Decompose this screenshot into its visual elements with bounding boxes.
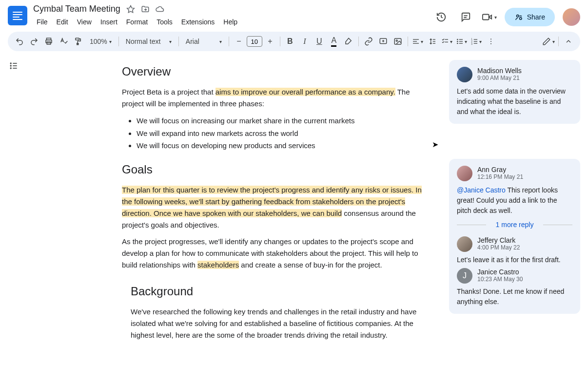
highlight-color-button[interactable]: [342, 35, 355, 48]
paragraph: The plan for this quarter is to review t…: [122, 184, 430, 231]
svg-point-28: [457, 43, 458, 43]
menu-file[interactable]: File: [33, 16, 51, 28]
comment-card[interactable]: Ann Gray 12:16 PM May 21 @Janice Castro …: [449, 159, 580, 314]
svg-text:3: 3: [471, 43, 473, 45]
svg-point-16: [396, 40, 397, 41]
commenter-name: Jeffery Clark: [477, 236, 520, 244]
svg-point-26: [457, 39, 458, 39]
line-spacing-button[interactable]: [426, 35, 439, 48]
toolbar: 100%▾ Normal text▾ Arial▾ − + B I U A ▾ …: [8, 32, 580, 51]
zoom-select[interactable]: 100%▾: [86, 35, 116, 48]
svg-point-39: [490, 41, 491, 42]
menu-view[interactable]: View: [74, 16, 95, 28]
document-title[interactable]: Cymbal Team Meeting: [33, 4, 120, 14]
cloud-status-icon[interactable]: [156, 5, 164, 14]
underline-button[interactable]: U: [313, 35, 326, 48]
comment-card[interactable]: Madison Wells 9:00 AM May 21 Let's add s…: [449, 60, 580, 124]
comment-time: 4:00 PM May 22: [477, 244, 520, 251]
add-comment-button[interactable]: [376, 35, 390, 48]
svg-rect-10: [76, 38, 79, 40]
heading-goals: Goals: [122, 163, 430, 176]
print-button[interactable]: [42, 35, 56, 48]
spellcheck-button[interactable]: [57, 35, 70, 48]
move-icon[interactable]: [141, 5, 150, 14]
font-select[interactable]: Arial▾: [182, 35, 226, 48]
bulleted-list-button[interactable]: ▾: [455, 35, 469, 48]
commenter-avatar: [457, 236, 472, 252]
menu-format[interactable]: Format: [123, 16, 151, 28]
commenter-avatar: [457, 166, 472, 181]
italic-button[interactable]: I: [298, 35, 312, 48]
menu-edit[interactable]: Edit: [53, 16, 72, 28]
insert-image-button[interactable]: [391, 35, 405, 48]
comments-icon[interactable]: [457, 9, 474, 25]
comment-body: Thanks! Done. Let me know if need anythi…: [457, 287, 572, 307]
account-avatar[interactable]: [563, 8, 580, 26]
docs-logo[interactable]: [8, 6, 27, 25]
more-replies-link[interactable]: 1 more reply: [457, 216, 572, 233]
bold-button[interactable]: B: [283, 35, 297, 48]
heading-overview: Overview: [122, 65, 430, 78]
comment-body: @Janice Castro This report looks great! …: [457, 185, 572, 216]
align-button[interactable]: ▾: [411, 35, 425, 48]
menu-tools[interactable]: Tools: [153, 16, 176, 28]
commenter-name: Madison Wells: [477, 67, 522, 75]
comment-body: Let's add some data in the overview indi…: [457, 86, 572, 117]
commenter-avatar: [457, 67, 472, 82]
meet-button[interactable]: ▾: [482, 12, 497, 22]
svg-point-27: [457, 41, 458, 41]
menu-insert[interactable]: Insert: [97, 16, 121, 28]
decrease-font-button[interactable]: −: [232, 35, 246, 48]
share-button[interactable]: Share: [505, 8, 555, 26]
paragraph: As the project progresses, we'll identif…: [122, 236, 430, 271]
paragraph: We've researched the following key trend…: [131, 306, 430, 341]
svg-point-40: [490, 43, 491, 44]
svg-point-42: [10, 65, 11, 66]
comment-time: 10:23 AM May 30: [477, 276, 523, 283]
redo-button[interactable]: [27, 35, 41, 48]
svg-point-5: [516, 15, 519, 18]
share-label: Share: [527, 13, 545, 21]
svg-marker-0: [127, 5, 134, 12]
menu-help[interactable]: Help: [220, 16, 241, 28]
commenter-name: Ann Gray: [477, 166, 523, 173]
collapse-toolbar-button[interactable]: [562, 35, 575, 48]
list-item: We will focus on increasing our market s…: [137, 115, 430, 127]
more-options-button[interactable]: [484, 35, 498, 48]
chevron-down-icon: ▾: [494, 15, 497, 20]
comment-time: 12:16 PM May 21: [477, 173, 523, 180]
star-icon[interactable]: [126, 5, 135, 14]
svg-rect-3: [482, 15, 489, 20]
history-icon[interactable]: [433, 9, 450, 25]
undo-button[interactable]: [13, 35, 26, 48]
numbered-list-button[interactable]: 123▾: [470, 35, 483, 48]
editing-mode-button[interactable]: ▾: [542, 35, 555, 48]
menu-extensions[interactable]: Extensions: [178, 16, 218, 28]
svg-point-43: [10, 68, 11, 69]
paint-format-button[interactable]: [71, 35, 85, 48]
heading-background: Background: [131, 285, 430, 298]
increase-font-button[interactable]: +: [263, 35, 277, 48]
paragraph: Project Beta is a project that aims to i…: [122, 86, 430, 110]
menu-bar: File Edit View Insert Format Tools Exten…: [33, 16, 433, 28]
commenter-name: Janice Castro: [477, 268, 523, 276]
outline-toggle-icon[interactable]: [9, 61, 24, 71]
paragraph-style-select[interactable]: Normal text▾: [122, 35, 176, 48]
svg-point-41: [10, 63, 11, 64]
text-color-button[interactable]: A: [327, 35, 341, 48]
font-size-input[interactable]: [247, 36, 262, 47]
list-item: We will focus on developing new products…: [137, 139, 430, 152]
comment-body: Let's leave it as it for the first draft…: [457, 255, 572, 265]
commenter-avatar: J: [457, 268, 472, 284]
comment-time: 9:00 AM May 21: [477, 75, 522, 81]
checklist-button[interactable]: ▾: [440, 35, 454, 48]
svg-point-38: [490, 38, 491, 39]
insert-link-button[interactable]: [362, 35, 375, 48]
svg-point-6: [519, 18, 522, 20]
document-body[interactable]: Overview Project Beta is a project that …: [24, 55, 449, 380]
list-item: We will expand into new markets across t…: [137, 127, 430, 140]
